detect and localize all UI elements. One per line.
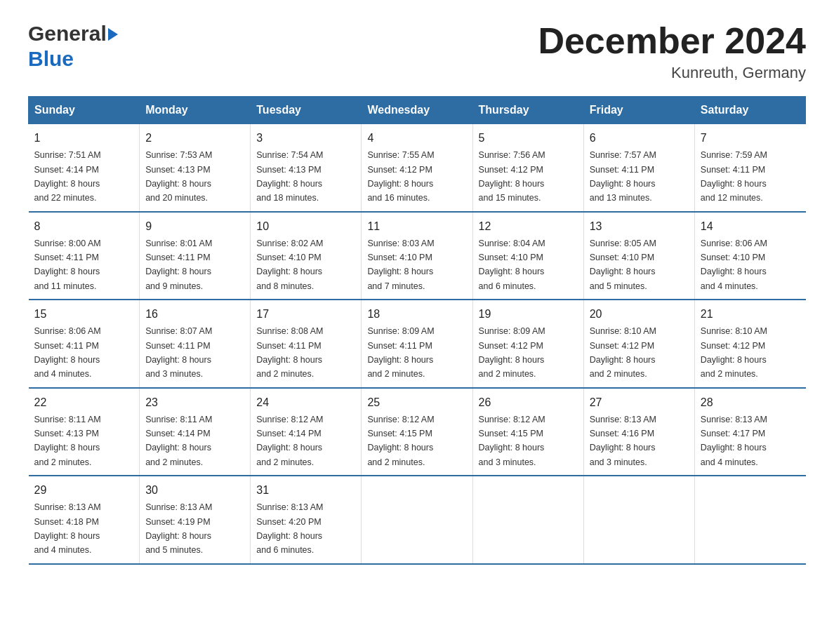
weekday-header-saturday: Saturday	[694, 97, 805, 124]
logo-arrow-icon	[108, 28, 118, 41]
day-number: 24	[256, 394, 355, 411]
calendar-day-cell: 8 Sunrise: 8:00 AMSunset: 4:11 PMDayligh…	[29, 212, 140, 300]
day-number: 9	[145, 218, 244, 235]
calendar-day-cell: 26 Sunrise: 8:12 AMSunset: 4:15 PMDaylig…	[472, 388, 583, 476]
day-info: Sunrise: 8:07 AMSunset: 4:11 PMDaylight:…	[145, 326, 212, 379]
day-number: 25	[367, 394, 466, 411]
day-info: Sunrise: 8:13 AMSunset: 4:20 PMDaylight:…	[256, 502, 323, 555]
weekday-header-wednesday: Wednesday	[362, 97, 472, 124]
logo-line2: Blue	[28, 46, 118, 72]
day-info: Sunrise: 8:11 AMSunset: 4:14 PMDaylight:…	[145, 415, 212, 467]
day-number: 17	[256, 306, 355, 323]
day-info: Sunrise: 8:06 AMSunset: 4:10 PMDaylight:…	[701, 239, 767, 291]
calendar-day-cell: 13 Sunrise: 8:05 AMSunset: 4:10 PMDaylig…	[583, 212, 694, 300]
day-info: Sunrise: 7:54 AMSunset: 4:13 PMDaylight:…	[256, 150, 323, 203]
day-number: 31	[256, 482, 355, 499]
calendar-day-cell: 1 Sunrise: 7:51 AMSunset: 4:14 PMDayligh…	[29, 124, 140, 212]
day-number: 3	[256, 130, 355, 147]
day-number: 6	[590, 130, 689, 147]
weekday-header-friday: Friday	[583, 97, 694, 124]
calendar-day-cell: 11 Sunrise: 8:03 AMSunset: 4:10 PMDaylig…	[362, 212, 472, 300]
weekday-header-sunday: Sunday	[29, 97, 140, 124]
day-number: 11	[367, 218, 466, 235]
calendar-day-cell: 27 Sunrise: 8:13 AMSunset: 4:16 PMDaylig…	[583, 388, 694, 476]
day-info: Sunrise: 8:13 AMSunset: 4:19 PMDaylight:…	[145, 502, 212, 555]
calendar-week-row: 15 Sunrise: 8:06 AMSunset: 4:11 PMDaylig…	[29, 300, 806, 388]
day-number: 26	[479, 394, 578, 411]
day-number: 28	[701, 394, 800, 411]
calendar-header: SundayMondayTuesdayWednesdayThursdayFrid…	[29, 97, 806, 124]
day-info: Sunrise: 8:12 AMSunset: 4:15 PMDaylight:…	[367, 415, 434, 467]
calendar-day-cell	[583, 476, 694, 564]
day-number: 14	[701, 218, 800, 235]
calendar-day-cell: 7 Sunrise: 7:59 AMSunset: 4:11 PMDayligh…	[694, 124, 805, 212]
day-number: 21	[701, 306, 800, 323]
month-title: December 2024	[538, 21, 806, 61]
day-info: Sunrise: 8:09 AMSunset: 4:12 PMDaylight:…	[479, 326, 545, 379]
day-info: Sunrise: 7:59 AMSunset: 4:11 PMDaylight:…	[701, 150, 767, 203]
day-info: Sunrise: 8:00 AMSunset: 4:11 PMDaylight:…	[34, 239, 101, 291]
day-info: Sunrise: 8:12 AMSunset: 4:15 PMDaylight:…	[479, 415, 545, 467]
day-info: Sunrise: 8:11 AMSunset: 4:13 PMDaylight:…	[34, 415, 101, 467]
calendar-day-cell	[472, 476, 583, 564]
day-number: 15	[34, 306, 134, 323]
calendar-day-cell: 31 Sunrise: 8:13 AMSunset: 4:20 PMDaylig…	[251, 476, 362, 564]
day-info: Sunrise: 8:13 AMSunset: 4:17 PMDaylight:…	[701, 415, 767, 467]
weekday-header-thursday: Thursday	[472, 97, 583, 124]
day-number: 16	[145, 306, 244, 323]
day-info: Sunrise: 8:10 AMSunset: 4:12 PMDaylight:…	[590, 326, 656, 379]
day-number: 19	[479, 306, 578, 323]
day-info: Sunrise: 8:13 AMSunset: 4:18 PMDaylight:…	[34, 502, 101, 555]
day-info: Sunrise: 7:53 AMSunset: 4:13 PMDaylight:…	[145, 150, 212, 203]
calendar-day-cell: 29 Sunrise: 8:13 AMSunset: 4:18 PMDaylig…	[29, 476, 140, 564]
calendar-day-cell: 4 Sunrise: 7:55 AMSunset: 4:12 PMDayligh…	[362, 124, 472, 212]
day-number: 7	[701, 130, 800, 147]
day-number: 18	[367, 306, 466, 323]
day-number: 10	[256, 218, 355, 235]
day-info: Sunrise: 8:01 AMSunset: 4:11 PMDaylight:…	[145, 239, 212, 291]
calendar-day-cell: 16 Sunrise: 8:07 AMSunset: 4:11 PMDaylig…	[140, 300, 251, 388]
calendar-day-cell: 5 Sunrise: 7:56 AMSunset: 4:12 PMDayligh…	[472, 124, 583, 212]
calendar-body: 1 Sunrise: 7:51 AMSunset: 4:14 PMDayligh…	[29, 124, 806, 564]
calendar-day-cell: 6 Sunrise: 7:57 AMSunset: 4:11 PMDayligh…	[583, 124, 694, 212]
day-info: Sunrise: 7:57 AMSunset: 4:11 PMDaylight:…	[590, 150, 656, 203]
day-number: 30	[145, 482, 244, 499]
weekday-header-tuesday: Tuesday	[251, 97, 362, 124]
day-info: Sunrise: 8:03 AMSunset: 4:10 PMDaylight:…	[367, 239, 434, 291]
calendar-day-cell: 18 Sunrise: 8:09 AMSunset: 4:11 PMDaylig…	[362, 300, 472, 388]
day-info: Sunrise: 7:51 AMSunset: 4:14 PMDaylight:…	[34, 150, 101, 203]
day-info: Sunrise: 8:12 AMSunset: 4:14 PMDaylight:…	[256, 415, 323, 467]
day-number: 5	[479, 130, 578, 147]
calendar-day-cell: 22 Sunrise: 8:11 AMSunset: 4:13 PMDaylig…	[29, 388, 140, 476]
calendar-week-row: 29 Sunrise: 8:13 AMSunset: 4:18 PMDaylig…	[29, 476, 806, 564]
calendar-day-cell: 28 Sunrise: 8:13 AMSunset: 4:17 PMDaylig…	[694, 388, 805, 476]
day-number: 27	[590, 394, 689, 411]
calendar-day-cell: 30 Sunrise: 8:13 AMSunset: 4:19 PMDaylig…	[140, 476, 251, 564]
day-info: Sunrise: 8:04 AMSunset: 4:10 PMDaylight:…	[479, 239, 545, 291]
calendar-day-cell: 17 Sunrise: 8:08 AMSunset: 4:11 PMDaylig…	[251, 300, 362, 388]
calendar-day-cell: 23 Sunrise: 8:11 AMSunset: 4:14 PMDaylig…	[140, 388, 251, 476]
day-info: Sunrise: 8:09 AMSunset: 4:11 PMDaylight:…	[367, 326, 434, 379]
logo: General Blue	[28, 21, 118, 72]
day-number: 2	[145, 130, 244, 147]
calendar-week-row: 1 Sunrise: 7:51 AMSunset: 4:14 PMDayligh…	[29, 124, 806, 212]
day-number: 22	[34, 394, 134, 411]
day-number: 1	[34, 130, 134, 147]
calendar-day-cell	[694, 476, 805, 564]
day-info: Sunrise: 7:56 AMSunset: 4:12 PMDaylight:…	[479, 150, 545, 203]
calendar-week-row: 8 Sunrise: 8:00 AMSunset: 4:11 PMDayligh…	[29, 212, 806, 300]
calendar-day-cell: 19 Sunrise: 8:09 AMSunset: 4:12 PMDaylig…	[472, 300, 583, 388]
calendar-day-cell	[362, 476, 472, 564]
calendar-day-cell: 9 Sunrise: 8:01 AMSunset: 4:11 PMDayligh…	[140, 212, 251, 300]
calendar-day-cell: 21 Sunrise: 8:10 AMSunset: 4:12 PMDaylig…	[694, 300, 805, 388]
day-number: 4	[367, 130, 466, 147]
day-number: 13	[590, 218, 689, 235]
day-number: 29	[34, 482, 134, 499]
weekday-header-monday: Monday	[140, 97, 251, 124]
day-info: Sunrise: 8:10 AMSunset: 4:12 PMDaylight:…	[701, 326, 767, 379]
day-number: 8	[34, 218, 134, 235]
weekday-header-row: SundayMondayTuesdayWednesdayThursdayFrid…	[29, 97, 806, 124]
day-info: Sunrise: 8:13 AMSunset: 4:16 PMDaylight:…	[590, 415, 656, 467]
day-info: Sunrise: 8:08 AMSunset: 4:11 PMDaylight:…	[256, 326, 323, 379]
calendar-day-cell: 2 Sunrise: 7:53 AMSunset: 4:13 PMDayligh…	[140, 124, 251, 212]
